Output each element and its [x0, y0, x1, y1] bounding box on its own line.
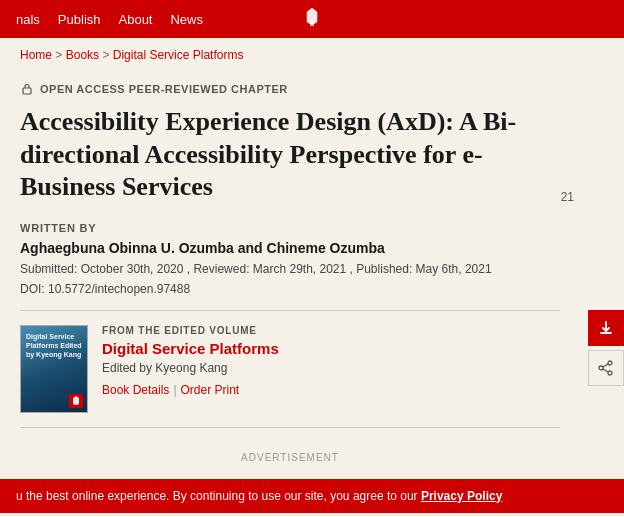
book-cover-title: Digital Service Platforms Edited by Kyeo…: [26, 332, 82, 359]
cookie-text: u the best online experience. By continu…: [16, 489, 418, 503]
book-info: FROM THE EDITED VOLUME Digital Service P…: [102, 325, 560, 397]
top-navigation: nals Publish About News: [0, 0, 624, 38]
book-details-link[interactable]: Book Details: [102, 383, 169, 397]
open-access-badge: OPEN ACCESS PEER-REVIEWED CHAPTER: [20, 82, 560, 96]
from-edited-volume-label: FROM THE EDITED VOLUME: [102, 325, 560, 336]
book-editor: Edited by Kyeong Kang: [102, 361, 560, 375]
breadcrumb-current[interactable]: Digital Service Platforms: [113, 48, 244, 62]
privacy-policy-link[interactable]: Privacy Policy: [421, 489, 502, 503]
svg-point-3: [608, 371, 612, 375]
book-title-link[interactable]: Digital Service Platforms: [102, 340, 560, 357]
breadcrumb: Home > Books > Digital Service Platforms: [0, 38, 624, 72]
authors: Aghaegbuna Obinna U. Ozumba and Chineme …: [20, 240, 560, 256]
main-content: OPEN ACCESS PEER-REVIEWED CHAPTER Access…: [0, 72, 580, 479]
svg-point-4: [599, 366, 603, 370]
cookie-banner: u the best online experience. By continu…: [0, 479, 624, 513]
book-cover[interactable]: Digital Service Platforms Edited by Kyeo…: [20, 325, 88, 413]
nav-link-journals[interactable]: nals: [16, 12, 40, 27]
svg-rect-0: [310, 20, 314, 26]
nav-link-publish[interactable]: Publish: [58, 12, 101, 27]
chapter-title: Accessibility Experience Design (AxD): A…: [20, 106, 560, 204]
svg-rect-1: [23, 88, 31, 94]
bottom-divider: [20, 427, 560, 428]
order-print-link[interactable]: Order Print: [181, 383, 240, 397]
breadcrumb-books[interactable]: Books: [66, 48, 99, 62]
written-by-label: WRITTEN BY: [20, 222, 560, 234]
doi: DOI: 10.5772/intechopen.97488: [20, 282, 560, 296]
book-cover-logo: [69, 394, 83, 408]
share-icon: [598, 360, 614, 376]
svg-point-2: [608, 361, 612, 365]
breadcrumb-home[interactable]: Home: [20, 48, 52, 62]
book-link-separator: |: [173, 383, 176, 397]
section-divider: [20, 310, 560, 311]
book-section: Digital Service Platforms Edited by Kyeo…: [20, 325, 560, 413]
breadcrumb-sep-2: >: [102, 48, 112, 62]
submission-info: Submitted: October 30th, 2020 , Reviewed…: [20, 262, 560, 276]
lock-icon: [20, 82, 34, 96]
site-logo[interactable]: [156, 4, 468, 34]
citation-count: 21: [561, 190, 574, 204]
nav-link-about[interactable]: About: [119, 12, 153, 27]
side-buttons: [588, 310, 624, 386]
book-links: Book Details | Order Print: [102, 383, 560, 397]
advertisement-label: ADVERTISEMENT: [20, 442, 560, 469]
badge-label: OPEN ACCESS PEER-REVIEWED CHAPTER: [40, 83, 288, 95]
download-button[interactable]: [588, 310, 624, 346]
breadcrumb-sep-1: >: [55, 48, 65, 62]
download-icon: [597, 319, 615, 337]
share-button[interactable]: [588, 350, 624, 386]
